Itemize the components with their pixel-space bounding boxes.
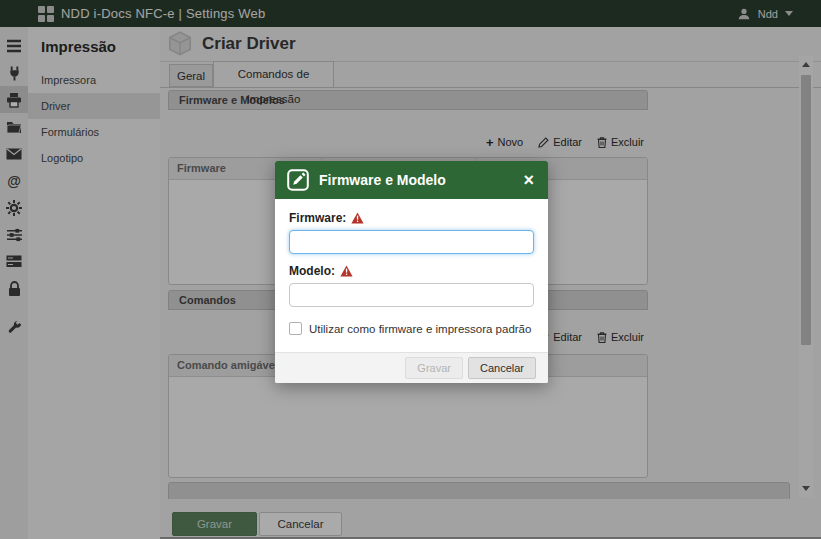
edit-icon: [287, 169, 309, 191]
modal-cancel-button[interactable]: Cancelar: [468, 357, 536, 379]
firmware-input[interactable]: [289, 230, 534, 254]
modal-header: Firmware e Modelo ×: [275, 161, 548, 199]
warning-icon: [340, 265, 353, 277]
modal-footer: Gravar Cancelar: [275, 352, 548, 383]
warning-icon: [351, 212, 364, 224]
firmware-modal: Firmware e Modelo × Firmware: Modelo: Ut…: [275, 161, 548, 383]
default-checkbox-row: Utilizar como firmware e impressora padr…: [289, 322, 534, 335]
default-checkbox[interactable]: [289, 322, 302, 335]
firmware-field-label: Firmware:: [289, 210, 534, 225]
app-window: NDD i-Docs NFC-e | Settings Web Ndd @: [0, 0, 821, 539]
modal-save-button[interactable]: Gravar: [405, 357, 463, 379]
modelo-field-label: Modelo:: [289, 263, 534, 278]
close-icon[interactable]: ×: [521, 171, 536, 189]
modal-title: Firmware e Modelo: [319, 172, 521, 188]
default-checkbox-label: Utilizar como firmware e impressora padr…: [309, 323, 531, 335]
modal-body: Firmware: Modelo: Utilizar como firmware…: [275, 199, 548, 335]
modelo-input[interactable]: [289, 283, 534, 307]
